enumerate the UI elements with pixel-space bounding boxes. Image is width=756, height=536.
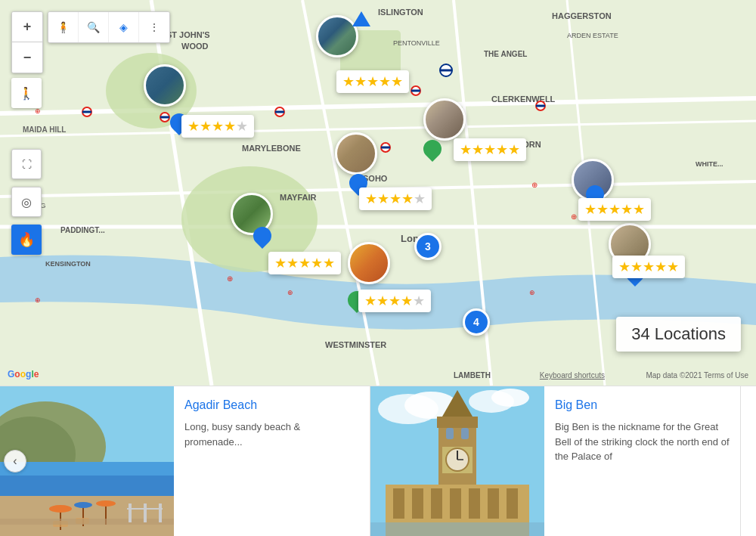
svg-text:ST JOHN'S: ST JOHN'S bbox=[166, 30, 210, 39]
cluster-3-badge[interactable]: 3 bbox=[414, 233, 442, 260]
svg-rect-90 bbox=[507, 488, 518, 519]
triangle-marker-top[interactable] bbox=[352, 11, 370, 26]
svg-text:WOOD: WOOD bbox=[181, 42, 208, 51]
stars-popup-4: ★★★★★ bbox=[359, 187, 432, 210]
svg-rect-76 bbox=[159, 503, 162, 522]
svg-text:⊕: ⊕ bbox=[227, 274, 233, 283]
stars-popup-7: ★★★★★ bbox=[358, 290, 431, 312]
locations-count-badge: 34 Locations bbox=[616, 317, 741, 352]
svg-text:⊕: ⊕ bbox=[531, 181, 538, 189]
svg-text:KENSINGTON: KENSINGTON bbox=[45, 260, 91, 268]
svg-rect-64 bbox=[0, 496, 174, 536]
stars-popup-8: ★★★★★ bbox=[612, 256, 685, 278]
google-logo: Google bbox=[8, 369, 39, 380]
sunset-photo-marker[interactable] bbox=[348, 242, 390, 284]
svg-rect-99 bbox=[461, 428, 469, 439]
svg-point-70 bbox=[96, 500, 116, 507]
svg-text:PENTONVILLE: PENTONVILLE bbox=[393, 39, 440, 47]
big-ben-card[interactable]: Big Ben Big Ben is the nickname for the … bbox=[370, 386, 741, 536]
svg-text:HAGGERSTON: HAGGERSTON bbox=[552, 11, 612, 20]
svg-rect-74 bbox=[129, 503, 132, 522]
street-photo-marker[interactable] bbox=[335, 132, 377, 175]
stars-popup-6: ★★★★★ bbox=[268, 252, 341, 274]
svg-text:MARYLEBОNE: MARYLEBОNE bbox=[242, 144, 301, 153]
svg-rect-84 bbox=[393, 488, 404, 519]
agadir-beach-desc: Long, busy sandy beach & promenade... bbox=[184, 420, 359, 449]
map-controls: + − 🧍 🔍 ◈ ⋮ 🚶 ⛶ ◎ 🔥 bbox=[11, 11, 170, 255]
prev-button[interactable]: ‹ bbox=[4, 450, 26, 472]
cards-section: ‹ bbox=[0, 386, 756, 536]
big-ben-desc: Big Ben is the nickname for the Great Be… bbox=[555, 420, 730, 464]
stars-popup-5: ★★★★★ bbox=[578, 198, 651, 221]
stars-popup-2: ★★★★★ bbox=[181, 115, 254, 138]
svg-text:⊕: ⊕ bbox=[35, 296, 41, 304]
search-tool-button[interactable]: 🔍 bbox=[79, 12, 109, 42]
stars-popup-3: ★★★★★ bbox=[454, 138, 526, 161]
collapse-map-button[interactable]: ⛶ bbox=[11, 149, 42, 179]
svg-rect-85 bbox=[412, 488, 423, 519]
svg-rect-75 bbox=[144, 503, 147, 522]
map-attribution: Map data ©2021 Terms of Use bbox=[646, 371, 748, 380]
svg-rect-86 bbox=[431, 488, 442, 519]
svg-text:LAMBETH: LAMBETH bbox=[454, 371, 491, 380]
map-tool-bar: 🧍 🔍 ◈ ⋮ bbox=[48, 11, 170, 43]
svg-text:⊕: ⊕ bbox=[529, 289, 535, 296]
zoom-controls: + − bbox=[11, 11, 43, 73]
svg-rect-73 bbox=[0, 519, 174, 525]
green-pin-1[interactable] bbox=[423, 140, 442, 163]
cluster-4-badge[interactable]: 4 bbox=[463, 308, 490, 336]
svg-point-68 bbox=[74, 502, 92, 508]
more-tool-button[interactable]: ⋮ bbox=[139, 12, 169, 42]
svg-text:CLERKENWELL: CLERKENWELL bbox=[491, 94, 556, 104]
stars-popup-1: ★★★★★ bbox=[336, 70, 409, 93]
dome-photo-marker[interactable] bbox=[423, 98, 466, 141]
layers-tool-button[interactable]: ◈ bbox=[109, 12, 139, 42]
svg-rect-87 bbox=[450, 488, 461, 519]
zoom-out-button[interactable]: − bbox=[12, 42, 42, 73]
svg-text:⊕: ⊕ bbox=[571, 212, 577, 221]
agadir-beach-title[interactable]: Agadir Beach bbox=[184, 398, 359, 412]
svg-point-82 bbox=[491, 389, 529, 407]
svg-rect-89 bbox=[488, 488, 499, 519]
svg-text:MAYFAIR: MAYFAIR bbox=[280, 193, 317, 202]
keyboard-shortcuts-link[interactable]: Keyboard shortcuts bbox=[540, 371, 605, 380]
svg-rect-98 bbox=[446, 428, 454, 439]
svg-text:WESTMINSTER: WESTMINSTER bbox=[325, 340, 386, 349]
agadir-beach-info: Agadir Beach Long, busy sandy beach & pr… bbox=[174, 386, 370, 536]
svg-rect-88 bbox=[469, 488, 480, 519]
svg-text:ARDEN ESTATE: ARDEN ESTATE bbox=[567, 32, 618, 39]
big-ben-image bbox=[370, 386, 544, 536]
svg-text:WHITE...: WHITE... bbox=[696, 160, 723, 168]
big-ben-info: Big Ben Big Ben is the nickname for the … bbox=[544, 386, 740, 536]
svg-point-66 bbox=[49, 505, 72, 513]
person-tool-button[interactable]: 🧍 bbox=[48, 12, 79, 42]
blue-pin-3[interactable] bbox=[253, 227, 271, 249]
svg-text:ISLINGTON: ISLINGTON bbox=[378, 8, 423, 17]
pegman-button[interactable]: 🚶 bbox=[11, 78, 42, 108]
map-container[interactable]: WEST KILBURN MAID TOWN MAIDA HILL ST JOH… bbox=[0, 0, 756, 386]
zoom-in-button[interactable]: + bbox=[12, 12, 42, 42]
svg-rect-100 bbox=[370, 522, 544, 536]
svg-text:THE ANGEL: THE ANGEL bbox=[484, 50, 527, 58]
location-button[interactable]: ◎ bbox=[11, 187, 42, 217]
agadir-beach-card[interactable]: Agadir Beach Long, busy sandy beach & pr… bbox=[0, 386, 370, 536]
heatmap-button[interactable]: 🔥 bbox=[11, 225, 42, 255]
svg-text:⊕: ⊕ bbox=[287, 289, 293, 296]
big-ben-title[interactable]: Big Ben bbox=[555, 398, 730, 412]
svg-rect-96 bbox=[437, 417, 478, 428]
